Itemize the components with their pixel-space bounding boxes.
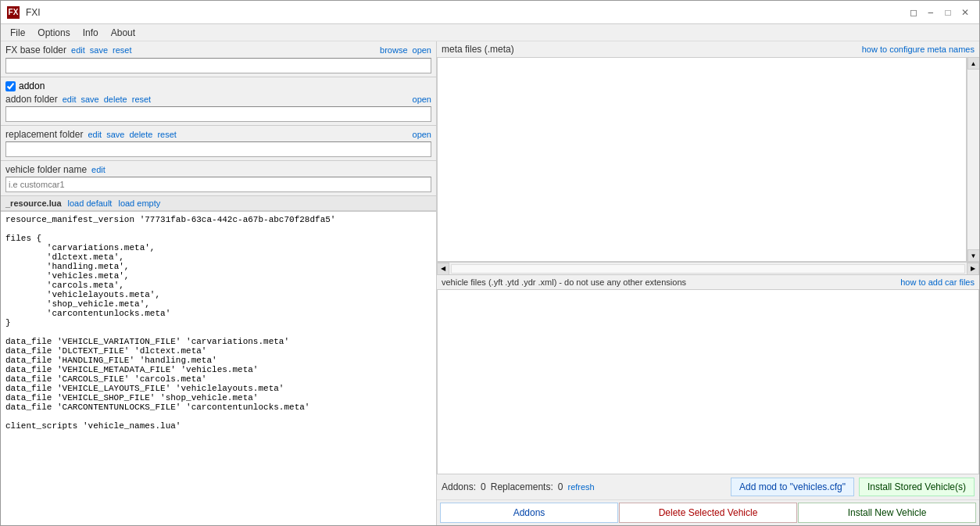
resource-label: _resource.lua: [5, 199, 62, 208]
fx-base-input[interactable]: [5, 58, 431, 73]
fx-base-section: FX base folder edit save reset browse op…: [1, 41, 436, 77]
fx-base-header: FX base folder edit save reset browse op…: [5, 45, 431, 55]
meta-scrollbar-vertical[interactable]: ▲ ▼: [967, 57, 979, 262]
restore-button[interactable]: ◻: [906, 5, 921, 20]
menu-options[interactable]: Options: [31, 26, 76, 40]
right-panel: meta files (.meta) how to configure meta…: [437, 41, 979, 525]
install-stored-btn[interactable]: Install Stored Vehicle(s): [859, 478, 975, 496]
menu-about[interactable]: About: [105, 26, 141, 40]
vehicle-files-label: vehicle files (.yft .ytd .ydr .xml) - do…: [442, 277, 686, 287]
vehicle-folder-row: vehicle folder name edit: [5, 164, 431, 175]
addon-checkbox-row: addon: [5, 81, 431, 91]
replacements-count: 0: [558, 481, 563, 492]
main-window: FX FXI ◻ ‒ □ ✕ File Options Info About F…: [0, 0, 980, 526]
replacement-reset-btn[interactable]: reset: [157, 130, 176, 139]
window-controls: ◻ ‒ □ ✕: [906, 5, 973, 20]
addon-save-btn[interactable]: save: [80, 95, 98, 104]
addon-open-btn[interactable]: open: [413, 95, 431, 104]
how-to-car-files-btn[interactable]: how to add car files: [900, 277, 975, 287]
load-default-btn[interactable]: load default: [68, 199, 113, 208]
fx-base-open-btn[interactable]: open: [413, 45, 431, 55]
meta-files-header: meta files (.meta) how to configure meta…: [437, 41, 979, 57]
meta-files-content: [437, 57, 967, 262]
replacement-delete-btn[interactable]: delete: [129, 130, 152, 139]
vehicle-folder-label: vehicle folder name: [5, 164, 87, 175]
scroll-down-arrow[interactable]: ▼: [967, 249, 980, 262]
vehicle-files-header: vehicle files (.yft .ytd .ydr .xml) - do…: [437, 275, 979, 289]
vehicle-folder-section: vehicle folder name edit: [1, 161, 436, 196]
bottom-bar: Addons: 0 Replacements: 0 refresh Add mo…: [437, 474, 979, 525]
replacement-section: replacement folder edit save delete rese…: [1, 126, 436, 161]
addon-section: addon addon folder edit save delete rese…: [1, 77, 436, 126]
left-panel: FX base folder edit save reset browse op…: [1, 41, 437, 525]
replacement-folder-input[interactable]: [5, 141, 431, 157]
replacement-open-btn[interactable]: open: [413, 130, 431, 139]
vehicle-folder-input[interactable]: [5, 177, 431, 192]
bottom-row-2: Addons Delete Selected Vehicle Install N…: [437, 500, 979, 525]
addon-folder-row: addon folder edit save delete reset open: [5, 94, 431, 105]
replacement-folder-label: replacement folder: [5, 129, 83, 140]
addon-folder-label: addon folder: [5, 94, 58, 105]
fx-base-save-btn[interactable]: save: [90, 45, 108, 55]
menu-bar: File Options Info About: [1, 24, 979, 41]
addon-edit-btn[interactable]: edit: [63, 95, 77, 104]
addon-delete-btn[interactable]: delete: [104, 95, 127, 104]
scroll-left-arrow[interactable]: ◀: [437, 263, 449, 275]
vehicle-files-section: vehicle files (.yft .ytd .ydr .xml) - do…: [437, 275, 979, 525]
resource-header: _resource.lua load default load empty: [1, 196, 436, 211]
addons-label: Addons:: [442, 481, 476, 492]
add-mod-btn[interactable]: Add mod to "vehicles.cfg": [731, 478, 854, 496]
main-content: FX base folder edit save reset browse op…: [1, 41, 979, 525]
scroll-track-h: [451, 264, 965, 274]
scroll-right-arrow[interactable]: ▶: [967, 263, 979, 275]
load-empty-btn[interactable]: load empty: [118, 199, 160, 208]
menu-info[interactable]: Info: [77, 26, 105, 40]
meta-scrollbar-horizontal[interactable]: ◀ ▶: [437, 262, 979, 274]
meta-files-label: meta files (.meta): [442, 44, 514, 55]
addon-folder-input[interactable]: [5, 106, 431, 122]
replacement-folder-row: replacement folder edit save delete rese…: [5, 129, 431, 140]
install-new-vehicle-btn[interactable]: Install New Vehicle: [798, 503, 976, 523]
bottom-row-1: Addons: 0 Replacements: 0 refresh Add mo…: [437, 474, 979, 500]
addon-reset-btn[interactable]: reset: [132, 95, 151, 104]
fx-base-edit-btn[interactable]: edit: [71, 45, 85, 55]
addon-checkbox[interactable]: [5, 81, 16, 91]
title-bar-left: FX FXI: [7, 6, 41, 19]
fx-base-reset-btn[interactable]: reset: [113, 45, 131, 55]
addons-btn[interactable]: Addons: [440, 503, 618, 523]
vehicle-files-content: [437, 289, 979, 474]
minimize-button[interactable]: ‒: [923, 5, 939, 20]
maximize-button[interactable]: □: [940, 5, 956, 20]
refresh-btn[interactable]: refresh: [567, 482, 594, 492]
fx-base-browse-btn[interactable]: browse: [380, 45, 407, 55]
meta-files-section: meta files (.meta) how to configure meta…: [437, 41, 979, 275]
replacement-save-btn[interactable]: save: [106, 130, 124, 139]
replacements-label: Replacements:: [491, 481, 553, 492]
menu-file[interactable]: File: [4, 26, 31, 40]
delete-vehicle-btn[interactable]: Delete Selected Vehicle: [619, 503, 797, 523]
resource-textarea[interactable]: resource_manifest_version '77731fab-63ca…: [1, 211, 436, 525]
vehicle-folder-edit-btn[interactable]: edit: [91, 165, 106, 174]
title-bar: FX FXI ◻ ‒ □ ✕: [1, 1, 979, 24]
addon-label: addon: [19, 81, 45, 91]
addons-count: 0: [481, 481, 486, 492]
app-icon: FX: [7, 6, 20, 19]
window-title: FXI: [26, 7, 41, 18]
fx-base-label: FX base folder: [5, 45, 66, 55]
scroll-up-arrow[interactable]: ▲: [967, 57, 980, 70]
replacement-edit-btn[interactable]: edit: [88, 130, 102, 139]
how-to-meta-btn[interactable]: how to configure meta names: [862, 45, 975, 54]
close-button[interactable]: ✕: [957, 5, 973, 20]
resource-section: _resource.lua load default load empty re…: [1, 196, 436, 525]
